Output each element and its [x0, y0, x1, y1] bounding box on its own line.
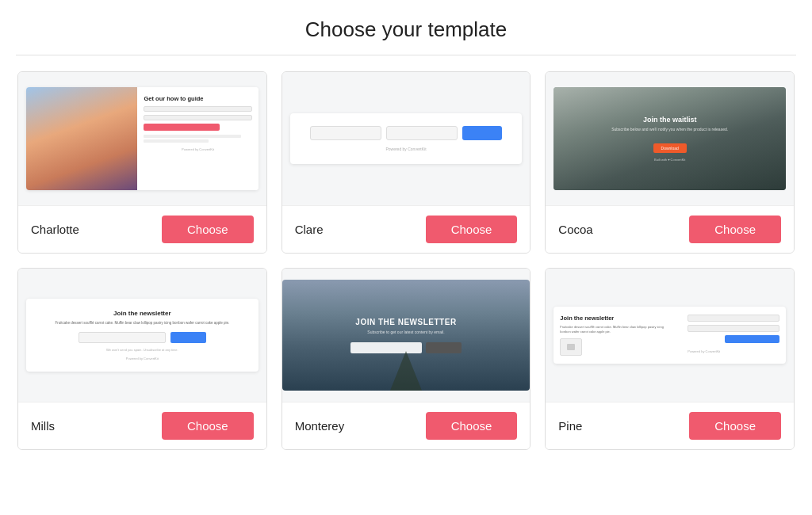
charlotte-text-line2 [144, 139, 209, 143]
charlotte-preview: Get our how to guide Powered by ConvertK… [18, 72, 266, 205]
clare-form-row [310, 126, 502, 140]
pine-label: Pine [558, 419, 582, 433]
clare-preview: Powered by ConvertKit [282, 72, 530, 205]
pine-content: Join the newsletter Fruitcake dessert so… [553, 307, 681, 364]
charlotte-email-input [144, 115, 251, 120]
template-card-clare: Powered by ConvertKit Clare Choose [282, 71, 531, 254]
monterey-label: Monterey [295, 419, 345, 433]
pine-footer: Pine Choose [546, 402, 794, 449]
monterey-choose-button[interactable]: Choose [426, 412, 518, 440]
mills-footer: Mills Choose [18, 402, 266, 449]
cocoa-subtitle: Subscribe below and we'll notify you whe… [611, 127, 728, 132]
page-title: Choose your template [0, 0, 812, 55]
template-grid: Get our how to guide Powered by ConvertK… [0, 71, 812, 467]
pine-powered: Powered by ConvertKit [688, 349, 779, 353]
pine-subscribe-button [725, 335, 779, 343]
clare-email-input [386, 126, 458, 140]
clare-choose-button[interactable]: Choose [426, 216, 518, 243]
clare-powered: Powered by ConvertKit [385, 147, 426, 151]
template-card-cocoa: Join the waitlist Subscribe below and we… [545, 71, 795, 254]
pine-title: Join the newsletter [560, 315, 675, 322]
divider [16, 55, 796, 55]
charlotte-content: Get our how to guide Powered by ConvertK… [137, 87, 258, 190]
pine-preview: Join the newsletter Fruitcake dessert so… [546, 269, 794, 402]
mills-email-input [79, 332, 166, 343]
charlotte-choose-button[interactable]: Choose [162, 216, 254, 243]
mills-preview: Join the newsletter Fruitcake dessert so… [18, 269, 266, 402]
charlotte-powered: Powered by ConvertKit [144, 147, 251, 151]
clare-footer: Clare Choose [282, 205, 530, 253]
cocoa-preview: Join the waitlist Subscribe below and we… [553, 87, 786, 190]
monterey-subtitle: Subscribe to get our latest content by e… [350, 330, 462, 334]
monterey-preview: JOIN THE NEWSLETTER Subscribe to get our… [282, 280, 530, 391]
monterey-preview-container: JOIN THE NEWSLETTER Subscribe to get our… [282, 269, 530, 402]
monterey-tree-icon [390, 351, 422, 391]
pine-body: Fruitcake dessert soufflé carrot cake. M… [560, 325, 675, 334]
charlotte-firstname-input [144, 106, 251, 112]
mills-form-row [36, 332, 249, 343]
charlotte-image [26, 87, 137, 190]
mills-body: Fruitcake dessert soufflé carrot cake. M… [55, 321, 229, 326]
charlotte-label: Charlotte [31, 223, 79, 236]
cocoa-powered: Built with ♥ ConvertKit [611, 158, 728, 162]
cocoa-preview-container: Join the waitlist Subscribe below and we… [546, 72, 794, 205]
pine-image-box [560, 338, 582, 356]
pine-firstname-input [688, 315, 779, 322]
charlotte-text-line1 [144, 135, 241, 138]
mills-choose-button[interactable]: Choose [162, 412, 254, 440]
template-card-pine: Join the newsletter Fruitcake dessert so… [545, 268, 795, 450]
monterey-inner: JOIN THE NEWSLETTER Subscribe to get our… [350, 318, 462, 353]
charlotte-footer: Charlotte Choose [18, 205, 266, 253]
monterey-subscribe-button [426, 342, 462, 353]
pine-choose-button[interactable]: Choose [689, 412, 781, 440]
clare-label: Clare [295, 223, 324, 236]
clare-firstname-input [310, 126, 381, 140]
pine-right: Powered by ConvertKit [681, 307, 786, 364]
pine-image-icon [567, 344, 575, 350]
cocoa-label: Cocoa [558, 223, 592, 236]
template-card-monterey: JOIN THE NEWSLETTER Subscribe to get our… [282, 268, 531, 450]
charlotte-title: Get our how to guide [144, 95, 251, 102]
mills-powered: Powered by ConvertKit [126, 357, 159, 360]
cocoa-cta: Download [653, 143, 687, 153]
monterey-footer: Monterey Choose [282, 402, 530, 449]
cocoa-footer: Cocoa Choose [546, 205, 794, 253]
cocoa-inner: Join the waitlist Subscribe below and we… [611, 116, 728, 162]
mills-subscribe-button [170, 332, 206, 343]
clare-subscribe-button [462, 126, 502, 140]
template-card-charlotte: Get our how to guide Powered by ConvertK… [17, 71, 267, 254]
mills-label: Mills [31, 419, 55, 433]
template-card-mills: Join the newsletter Fruitcake dessert so… [17, 268, 267, 450]
cocoa-choose-button[interactable]: Choose [689, 216, 781, 243]
mills-disclaimer: We won't send you spam. Unsubscribe at a… [106, 348, 178, 352]
mills-title: Join the newsletter [113, 310, 170, 317]
cocoa-title: Join the waitlist [611, 116, 728, 124]
charlotte-cta-button [144, 124, 219, 131]
pine-email-input [688, 325, 779, 332]
monterey-title: JOIN THE NEWSLETTER [350, 318, 462, 326]
